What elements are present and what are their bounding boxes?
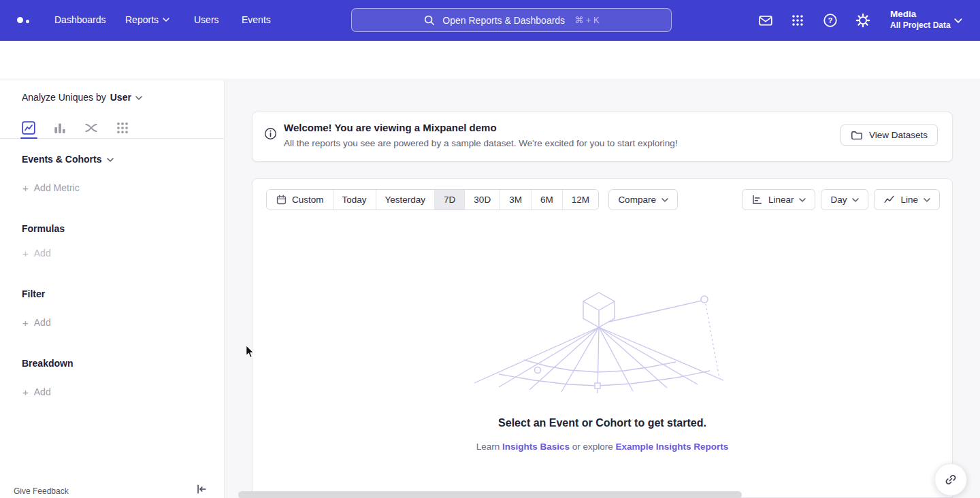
range-custom-label: Custom [292, 195, 324, 205]
analyze-uniques-control: Analyze Uniques by User [22, 92, 142, 103]
project-chevron-down-icon[interactable] [954, 18, 962, 23]
collapse-left-icon [195, 483, 208, 495]
nav-dashboards[interactable]: Dashboards [54, 14, 106, 25]
range-3m[interactable]: 3M [500, 190, 531, 210]
learn-text: Learn [476, 442, 500, 452]
share-link-fab[interactable] [934, 463, 967, 496]
compare-label: Compare [618, 195, 656, 205]
link-icon [944, 473, 958, 486]
add-filter-label: Add [34, 317, 51, 329]
formulas-label: Formulas [22, 223, 65, 235]
range-7d[interactable]: 7D [434, 190, 464, 210]
events-cohorts-section[interactable]: Events & Cohorts [22, 154, 114, 165]
chevron-down-icon [852, 198, 859, 202]
mixpanel-logo-dot-small [26, 20, 29, 23]
nav-users[interactable]: Users [194, 14, 219, 25]
empty-state-illustration [473, 288, 732, 395]
plus-icon: + [22, 248, 29, 259]
query-builder-sidebar: Analyze Uniques by User Events & Cohorts… [0, 80, 225, 498]
empty-state-links: Learn Insights Basics or explore Example… [252, 442, 952, 452]
search-shortcut: ⌘ + K [574, 15, 600, 25]
search-icon [423, 14, 436, 27]
insights-report-card: Custom Today Yesterday 7D 30D 3M 6M 12M … [252, 178, 953, 498]
top-navigation: Dashboards Reports Users Events Open Rep… [0, 0, 980, 41]
horizontal-scrollbar-thumb[interactable] [238, 491, 742, 498]
bar-chart-icon [52, 120, 67, 135]
chevron-down-icon [662, 198, 668, 202]
settings-button[interactable] [855, 12, 871, 29]
give-feedback-link[interactable]: Give Feedback [14, 486, 69, 496]
project-switcher[interactable]: Media All Project Data [890, 8, 951, 31]
scale-dropdown[interactable]: Linear [742, 189, 816, 210]
info-icon [264, 127, 277, 140]
flow-sankey-icon [84, 120, 99, 135]
svg-text:?: ? [828, 16, 832, 24]
plus-icon: + [22, 183, 29, 193]
inbox-icon [758, 13, 773, 28]
main-content: Welcome! You are viewing a Mixpanel demo… [225, 80, 980, 498]
collapse-sidebar-button[interactable] [195, 483, 208, 495]
empty-state-title: Select an Event or Cohort to get started… [252, 417, 952, 429]
linear-scale-icon [751, 194, 763, 205]
banner-subtitle: All the reports you see are powered by a… [284, 137, 678, 150]
report-header: Untitled + Add description... Save [0, 41, 980, 80]
tab-pivot-table[interactable] [115, 120, 130, 135]
banner-title: Welcome! You are viewing a Mixpanel demo [284, 121, 497, 135]
add-breakdown-button[interactable]: + Add [22, 386, 51, 398]
mixpanel-logo-dot[interactable] [17, 17, 23, 23]
plus-icon: + [22, 387, 29, 397]
granularity-dropdown[interactable]: Day [821, 189, 868, 210]
example-reports-link[interactable]: Example Insights Reports [616, 442, 729, 452]
nav-events[interactable]: Events [242, 14, 271, 25]
add-filter-button[interactable]: + Add [22, 317, 51, 329]
formulas-section: Formulas [22, 223, 65, 235]
chart-display-controls: Linear Day Line [742, 189, 940, 210]
tab-insights-line[interactable] [21, 120, 36, 135]
calendar-icon [276, 194, 287, 205]
range-6m[interactable]: 6M [531, 190, 562, 210]
chevron-down-icon [163, 18, 169, 22]
apps-grid-icon [791, 14, 804, 27]
add-formula-button[interactable]: + Add [22, 248, 51, 259]
filter-section: Filter [22, 288, 45, 300]
add-metric-button[interactable]: + Add Metric [22, 182, 80, 194]
line-chart-icon [883, 194, 895, 205]
filter-label: Filter [22, 288, 45, 300]
help-button[interactable]: ? [822, 12, 838, 29]
or-explore-text: or explore [572, 442, 613, 452]
nav-reports[interactable]: Reports [125, 14, 169, 25]
plus-icon: + [22, 318, 29, 328]
chevron-down-icon [135, 96, 142, 100]
range-30d[interactable]: 30D [464, 190, 500, 210]
project-scope: All Project Data [890, 20, 951, 31]
range-today[interactable]: Today [333, 190, 376, 210]
global-search[interactable]: Open Reports & Dashboards ⌘ + K [351, 8, 672, 32]
chevron-down-icon [107, 158, 114, 162]
range-12m[interactable]: 12M [562, 190, 598, 210]
view-datasets-button[interactable]: View Datasets [840, 124, 938, 146]
folder-icon [851, 129, 863, 142]
add-metric-label: Add Metric [34, 182, 80, 194]
insights-basics-link[interactable]: Insights Basics [502, 442, 570, 452]
tab-bar-chart[interactable] [52, 120, 67, 135]
apps-button[interactable] [789, 12, 806, 29]
inbox-button[interactable] [757, 12, 774, 29]
tab-flow-chart[interactable] [84, 120, 99, 135]
range-yesterday[interactable]: Yesterday [376, 190, 435, 210]
chevron-down-icon [924, 198, 930, 202]
breakdown-label: Breakdown [22, 358, 73, 369]
scale-label: Linear [768, 195, 794, 205]
chart-type-dropdown[interactable]: Line [874, 189, 940, 210]
granularity-label: Day [830, 195, 847, 205]
analyze-value-dropdown[interactable]: User [110, 92, 142, 103]
help-icon: ? [823, 13, 838, 28]
date-range-segmented-control: Custom Today Yesterday 7D 30D 3M 6M 12M [266, 189, 599, 210]
nav-reports-label: Reports [125, 14, 159, 25]
search-placeholder: Open Reports & Dashboards [442, 15, 565, 26]
gear-icon [855, 13, 870, 28]
dots-grid-icon [115, 120, 130, 135]
chart-type-label: Line [900, 195, 918, 205]
compare-dropdown[interactable]: Compare [608, 189, 678, 210]
selected-tab-underline [20, 137, 37, 139]
range-custom[interactable]: Custom [267, 190, 333, 210]
